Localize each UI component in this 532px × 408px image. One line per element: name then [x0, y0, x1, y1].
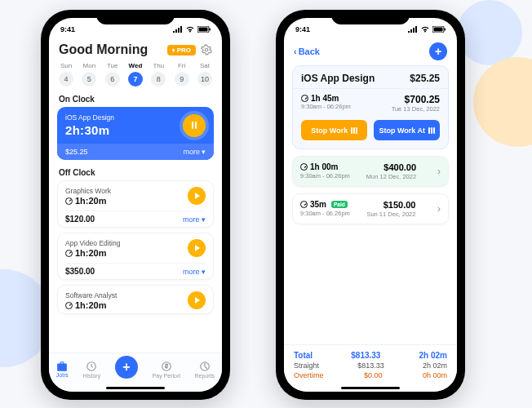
svg-point-3: [205, 48, 208, 51]
reports-icon: [199, 361, 211, 372]
chevron-down-icon: ▾: [202, 148, 206, 156]
status-indicators: [408, 26, 446, 33]
chevron-right-icon: ›: [437, 166, 441, 177]
entry-range: 9:30am - 06.26pm: [300, 210, 350, 217]
home-indicator: [106, 387, 165, 389]
off-clock-card[interactable]: Software Analyst1h:20m: [57, 285, 214, 314]
tab-payperiod[interactable]: Pay Period: [153, 361, 180, 379]
off-amount: $350.00: [65, 267, 95, 276]
on-clock-time: 2h:30m: [65, 123, 114, 137]
off-clock-card[interactable]: Graphics Work1h:20m$120.00more ▾: [57, 180, 214, 228]
entry-amount: $400.00: [366, 162, 416, 172]
project-earnings: $700.25: [392, 94, 440, 105]
entry-date: Sun 11 Dec, 2022: [366, 211, 415, 218]
greeting-title: Good Morning: [59, 42, 148, 57]
day-thu[interactable]: Thu8: [151, 62, 166, 86]
project-name: iOS App Design: [301, 73, 375, 84]
on-clock-title: iOS App Design: [65, 113, 114, 122]
off-clock-header: Off Clock: [49, 165, 222, 180]
on-clock-header: On Clock: [49, 91, 222, 107]
day-tue[interactable]: Tue6: [105, 62, 120, 86]
add-button[interactable]: +: [429, 42, 447, 60]
project-duration: 1h 45m: [301, 94, 351, 103]
total-amount: $813.33: [313, 351, 419, 360]
clock-icon: [65, 302, 73, 309]
overtime-amount: $0.00: [324, 371, 423, 379]
stop-work-button[interactable]: Stop Work: [301, 120, 367, 140]
off-time: 1h:20m: [65, 248, 120, 258]
on-clock-card[interactable]: iOS App Design 2h:30m $25.25 more▾: [57, 107, 214, 160]
clock-icon: [65, 197, 73, 205]
pro-badge[interactable]: ♦PRO: [167, 45, 196, 55]
clock-icon: [300, 201, 308, 208]
straight-time: 2h 02m: [423, 361, 447, 370]
home-indicator: [341, 387, 400, 389]
dollar-icon: [161, 361, 172, 372]
day-mon[interactable]: Mon5: [82, 62, 96, 86]
history-icon: [86, 361, 97, 372]
svg-rect-2: [210, 29, 211, 31]
play-button[interactable]: [188, 187, 206, 205]
off-amount: $120.00: [65, 215, 95, 224]
phone-right: 9:41 ‹Back + iOS App Design $25.25: [276, 10, 465, 400]
back-button[interactable]: ‹Back: [294, 47, 320, 56]
project-rate: $25.25: [410, 73, 440, 84]
off-more[interactable]: more ▾: [183, 268, 206, 276]
time-entry[interactable]: 1h 00m9:30am - 06.26pm$400.00Mon 12 Dec,…: [292, 156, 449, 187]
chevron-left-icon: ‹: [294, 47, 297, 56]
chevron-right-icon: ›: [437, 203, 441, 215]
tab-bar: Jobs History + Pay Period Reports: [49, 353, 222, 392]
tab-jobs[interactable]: Jobs: [56, 361, 69, 378]
stop-work-at-button[interactable]: Stop Work At: [374, 120, 440, 140]
off-title: App Video Editing: [65, 239, 120, 247]
svg-rect-8: [445, 29, 446, 31]
project-time-range: 9:30am - 06:26pm: [301, 103, 351, 110]
totals-panel: Total $813.33 2h 02m Straight $813.33 2h…: [284, 344, 457, 392]
project-card: iOS App Design $25.25 1h 45m 9:30am - 06…: [292, 65, 449, 149]
day-sun[interactable]: Sun4: [59, 62, 73, 86]
on-clock-amount: $25.25: [65, 148, 88, 156]
phone-left: 9:41 Good Morning ♦PRO: [41, 10, 230, 400]
play-button[interactable]: [188, 291, 206, 309]
day-picker[interactable]: Sun4Mon5Tue6Wed7Thu8Fri9Sat10: [59, 62, 212, 86]
overtime-time: 0h 00m: [423, 371, 447, 379]
off-time: 1h:20m: [65, 300, 117, 310]
svg-rect-7: [434, 28, 443, 32]
off-time: 1h:20m: [65, 196, 111, 206]
status-time: 9:41: [60, 25, 75, 33]
entry-duration: 35mPaid: [300, 200, 350, 209]
tab-add-button[interactable]: +: [115, 356, 138, 379]
time-entry[interactable]: 35mPaid9:30am - 06.26pm$150.00Sun 11 Dec…: [292, 193, 449, 224]
off-title: Graphics Work: [65, 187, 111, 195]
straight-amount: $813.33: [319, 361, 423, 370]
paid-badge: Paid: [331, 201, 348, 208]
total-label: Total: [294, 351, 313, 360]
project-date: Tue 13 Dec, 2022: [392, 105, 440, 113]
tab-history[interactable]: History: [82, 361, 100, 379]
entry-duration: 1h 00m: [300, 162, 350, 171]
status-time: 9:41: [295, 25, 310, 33]
svg-rect-1: [199, 28, 208, 32]
off-clock-card[interactable]: App Video Editing1h:20m$350.00more ▾: [57, 233, 214, 280]
off-title: Software Analyst: [65, 291, 117, 299]
day-fri[interactable]: Fri9: [175, 62, 189, 86]
day-sat[interactable]: Sat10: [197, 62, 212, 86]
entry-date: Mon 12 Dec, 2022: [366, 173, 416, 180]
play-button[interactable]: [188, 239, 206, 257]
pause-button[interactable]: [183, 114, 206, 137]
gear-icon[interactable]: [201, 44, 212, 55]
clock-icon: [65, 250, 73, 257]
clock-icon: [300, 163, 308, 171]
straight-label: Straight: [294, 361, 319, 370]
tab-reports[interactable]: Reports: [195, 361, 215, 379]
on-clock-more[interactable]: more▾: [183, 148, 206, 156]
entry-amount: $150.00: [366, 200, 415, 210]
overtime-label: Overtime: [294, 371, 324, 379]
day-wed[interactable]: Wed7: [128, 62, 143, 86]
off-more[interactable]: more ▾: [183, 215, 206, 224]
total-time: 2h 02m: [419, 351, 447, 360]
status-indicators: [173, 26, 211, 33]
briefcase-icon: [56, 361, 68, 371]
entry-range: 9:30am - 06.26pm: [300, 172, 350, 180]
clock-icon: [301, 95, 308, 102]
